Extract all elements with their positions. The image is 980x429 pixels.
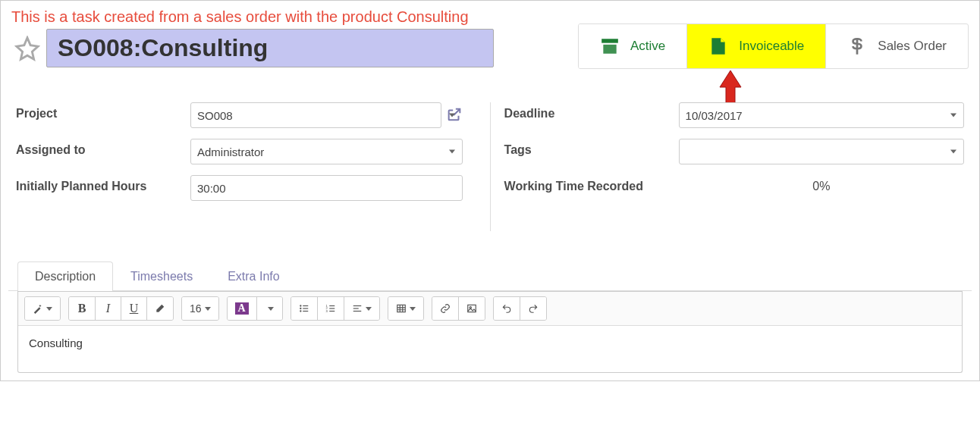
archive-icon: [600, 36, 620, 56]
external-link-icon[interactable]: [446, 106, 463, 125]
font-color-button[interactable]: A: [228, 297, 256, 320]
tab-timesheets[interactable]: Timesheets: [113, 261, 210, 291]
rich-text-editor: B I U 16 A 123: [17, 291, 963, 373]
svg-rect-1: [603, 45, 616, 54]
unordered-list-button[interactable]: [291, 297, 317, 320]
svg-rect-9: [329, 305, 335, 306]
svg-text:3: 3: [325, 309, 328, 313]
ordered-list-button[interactable]: 123: [317, 297, 344, 320]
editor-body[interactable]: Consulting: [18, 326, 962, 372]
svg-rect-7: [303, 311, 308, 312]
svg-point-4: [300, 308, 301, 309]
dollar-icon: [847, 36, 867, 56]
svg-rect-22: [467, 305, 476, 312]
font-color-dropdown[interactable]: [256, 297, 282, 320]
font-color-icon: A: [235, 302, 249, 315]
align-icon: [352, 303, 363, 314]
tab-extra-info[interactable]: Extra Info: [210, 261, 297, 291]
svg-rect-3: [303, 305, 308, 306]
redo-icon: [528, 303, 539, 314]
svg-rect-13: [329, 311, 335, 312]
font-size-button[interactable]: 16: [182, 297, 218, 320]
working-time-label: Working Time Recorded: [504, 175, 679, 193]
svg-rect-0: [602, 39, 618, 42]
italic-button[interactable]: I: [95, 297, 121, 320]
image-icon: [466, 303, 477, 314]
svg-rect-5: [303, 308, 308, 308]
eraser-icon: [155, 303, 165, 314]
deadline-input[interactable]: [679, 102, 964, 128]
magic-icon: [33, 303, 43, 314]
project-select[interactable]: [190, 102, 441, 128]
tags-label: Tags: [504, 139, 679, 157]
status-invoiceable-button[interactable]: Invoiceable: [686, 24, 825, 68]
svg-rect-17: [397, 305, 405, 312]
status-invoiceable-label: Invoiceable: [739, 39, 804, 54]
undo-button[interactable]: [494, 297, 520, 320]
status-sales-order-button[interactable]: Sales Order: [825, 24, 968, 68]
task-title-input[interactable]: [46, 29, 494, 67]
star-icon[interactable]: [14, 36, 40, 61]
paragraph-button[interactable]: [344, 297, 379, 320]
redo-button[interactable]: [520, 297, 546, 320]
planned-hours-label: Initially Planned Hours: [16, 175, 190, 193]
font-size-value: 16: [190, 302, 202, 315]
status-active-label: Active: [630, 39, 665, 54]
svg-point-2: [300, 305, 301, 306]
svg-rect-15: [353, 308, 358, 308]
svg-rect-16: [353, 311, 361, 312]
underline-button[interactable]: U: [121, 297, 146, 320]
tab-description[interactable]: Description: [17, 261, 113, 291]
planned-hours-input[interactable]: [190, 175, 463, 201]
status-sales-order-label: Sales Order: [878, 39, 947, 54]
table-button[interactable]: [388, 297, 423, 320]
column-divider: [490, 102, 491, 231]
editor-toolbar: B I U 16 A 123: [18, 291, 962, 326]
status-active-button[interactable]: Active: [579, 24, 686, 68]
deadline-label: Deadline: [504, 102, 679, 121]
bold-button[interactable]: B: [69, 297, 95, 320]
working-time-value: 0%: [679, 175, 964, 193]
ul-icon: [299, 303, 309, 314]
ol-icon: 123: [325, 303, 336, 314]
assigned-to-label: Assigned to: [16, 139, 190, 157]
assigned-to-select[interactable]: [190, 139, 463, 164]
svg-rect-11: [329, 308, 335, 308]
svg-point-6: [300, 310, 301, 312]
image-button[interactable]: [458, 297, 485, 320]
table-icon: [396, 303, 407, 314]
undo-icon: [501, 303, 512, 314]
tags-select[interactable]: [679, 139, 964, 164]
project-label: Project: [16, 102, 190, 121]
link-icon: [440, 303, 451, 314]
style-button[interactable]: [25, 297, 60, 320]
svg-rect-14: [353, 305, 361, 306]
file-icon: [708, 36, 728, 56]
status-bar: Active Invoiceable Sales Order: [578, 23, 969, 69]
remove-format-button[interactable]: [146, 297, 173, 320]
tab-bar: Description Timesheets Extra Info: [8, 261, 972, 291]
link-button[interactable]: [432, 297, 458, 320]
